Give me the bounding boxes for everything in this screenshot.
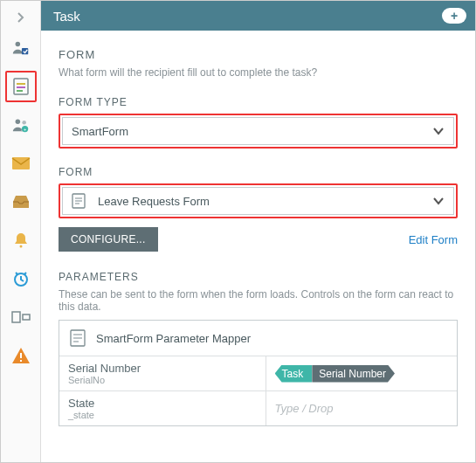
clock-icon[interactable]	[5, 263, 37, 294]
users-check-icon[interactable]	[5, 32, 37, 64]
parameter-row: Serial Number SerialNo Task Serial Numbe…	[59, 356, 457, 390]
svg-point-0	[15, 42, 19, 47]
form-icon[interactable]	[5, 71, 37, 102]
pill-task: Task	[275, 365, 313, 383]
document-icon	[72, 193, 86, 209]
form-type-select[interactable]: SmartForm	[62, 117, 454, 145]
chevron-down-icon	[432, 125, 445, 137]
panel-title: Task	[53, 9, 80, 24]
svg-point-6	[15, 120, 19, 125]
main-panel: Task + FORM What form will the recipient…	[41, 1, 475, 462]
parameter-mapper-title: SmartForm Parameter Mapper	[96, 332, 251, 345]
svg-rect-14	[23, 314, 30, 320]
edit-form-link[interactable]: Edit Form	[409, 233, 458, 246]
svg-point-11	[19, 245, 22, 248]
form-select[interactable]: Leave Requests Form	[62, 187, 454, 215]
parameter-value-cell[interactable]: Task Serial Number	[266, 356, 404, 390]
parameter-sub: _state	[68, 410, 257, 420]
warning-icon[interactable]	[5, 340, 37, 371]
sidebar: +	[1, 1, 41, 462]
svg-rect-15	[20, 353, 22, 358]
parameter-name-cell: Serial Number SerialNo	[59, 356, 266, 390]
parameters-subtext: These can be sent to the form when the f…	[59, 288, 458, 313]
parameter-name: Serial Number	[68, 362, 257, 375]
pill-serial: Serial Number	[312, 365, 395, 383]
svg-point-7	[22, 121, 26, 125]
svg-rect-16	[20, 360, 22, 362]
svg-rect-2	[14, 79, 28, 94]
mail-icon[interactable]	[5, 148, 37, 179]
parameter-row: State _state Type / Drop	[59, 390, 457, 425]
parameter-value-cell[interactable]: Type / Drop	[266, 391, 342, 425]
parameter-mapper-header: SmartForm Parameter Mapper	[59, 321, 457, 356]
svg-rect-10	[12, 157, 30, 169]
panel-header: Task +	[41, 1, 475, 31]
token-pill[interactable]: Task Serial Number	[275, 365, 395, 383]
chevron-down-icon	[432, 195, 445, 207]
parameter-name-cell: State _state	[59, 391, 266, 425]
form-type-field-highlight: SmartForm	[59, 114, 458, 149]
inbox-icon[interactable]	[5, 186, 37, 218]
parameter-name: State	[68, 397, 257, 410]
parameter-sub: SerialNo	[68, 375, 257, 385]
people-icon[interactable]: +	[5, 109, 37, 141]
parameter-placeholder: Type / Drop	[275, 402, 334, 415]
content: FORM What form will the recipient fill o…	[41, 31, 475, 435]
parameters-title: PARAMETERS	[59, 271, 458, 283]
form-label: FORM	[59, 166, 458, 178]
form-value: Leave Requests Form	[98, 195, 210, 208]
configure-button[interactable]: CONFIGURE...	[59, 227, 158, 252]
parameter-mapper: SmartForm Parameter Mapper Serial Number…	[59, 320, 458, 426]
section-form-title: FORM	[59, 48, 458, 61]
layout-icon[interactable]	[5, 301, 37, 333]
document-icon	[70, 329, 86, 347]
form-field-highlight: Leave Requests Form	[59, 183, 458, 218]
form-type-label: FORM TYPE	[59, 96, 458, 108]
svg-text:+: +	[23, 127, 25, 132]
form-type-value: SmartForm	[72, 125, 128, 138]
section-form-subtext: What form will the recipient fill out to…	[59, 66, 458, 79]
svg-rect-13	[12, 312, 20, 322]
bell-icon[interactable]	[5, 225, 37, 256]
add-icon[interactable]: +	[442, 8, 466, 24]
expand-icon[interactable]	[1, 6, 40, 29]
